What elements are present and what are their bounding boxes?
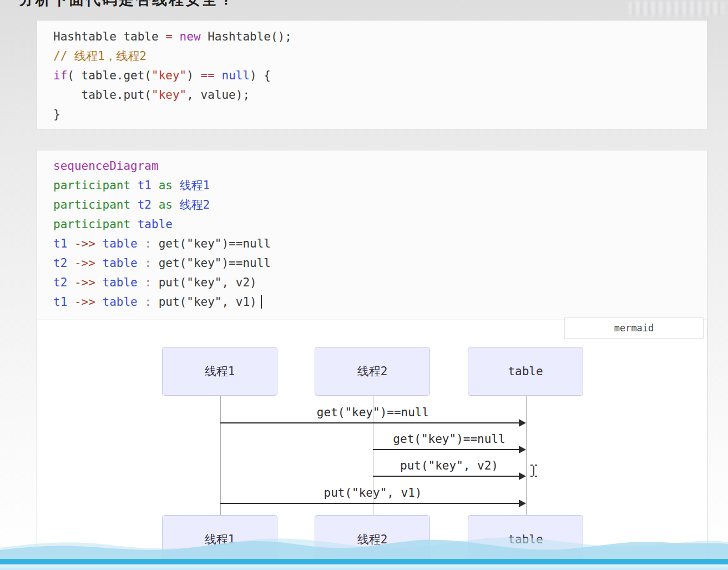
code-token: t1 [53, 295, 67, 309]
code-token: ->> [67, 276, 102, 289]
code-token: sequenceDiagram [53, 159, 159, 173]
message-arrow-line [220, 422, 520, 423]
message-label: put("key", v1) [206, 485, 539, 501]
code-token: t1 [53, 237, 67, 250]
actor-box-top: 线程1 [162, 347, 277, 396]
actor-box-top: 线程2 [315, 347, 430, 396]
code-token: 线程2 [180, 198, 210, 211]
code-line: participant t1 as 线程1 [53, 176, 707, 195]
code-token: t2 [53, 276, 67, 289]
code-line: Hashtable table = new Hashtable(); [53, 27, 707, 47]
actor-box-bottom: 线程2 [315, 515, 430, 564]
actor-box-bottom: table [468, 515, 583, 564]
code-line: t2 ->> table : get("key")==null [53, 254, 707, 273]
message-arrow-line [220, 503, 520, 504]
code-token: participant [53, 198, 138, 211]
code-block-mermaid-source[interactable]: sequenceDiagramparticipant t1 as 线程1part… [37, 150, 707, 320]
code-token: = [165, 30, 173, 43]
code-token: table [103, 276, 138, 289]
code-line: t1 ->> table : get("key")==null [53, 234, 707, 254]
code-line: t1 ->> table : put("key", v1) [53, 292, 707, 312]
message-arrowhead [519, 500, 526, 507]
message-arrow-line [373, 449, 520, 450]
text-caret [261, 295, 262, 309]
message-label: get("key")==null [283, 431, 616, 447]
code-token: as [151, 198, 180, 211]
code-line: participant t2 as 线程2 [53, 195, 707, 215]
code-token: table [103, 256, 138, 270]
code-token: ) { [250, 69, 271, 82]
bottom-bar-decoration [0, 559, 728, 564]
code-line: } [53, 105, 707, 124]
code-token: ) [186, 69, 200, 82]
code-line: // 线程1，线程2 [53, 47, 707, 66]
code-token: 线程1 [180, 179, 210, 192]
code-token: as [151, 179, 180, 192]
code-token: table [103, 295, 138, 309]
bottom-strip-decoration [0, 564, 728, 570]
code-token [215, 69, 222, 82]
message-label: get("key")==null [206, 405, 539, 420]
watermark [629, 1, 724, 16]
code-token: , value); [186, 88, 250, 102]
actor-box-top: table [468, 347, 583, 396]
code-token: : [138, 256, 159, 270]
code-token: == [201, 69, 215, 82]
code-token: : [138, 295, 159, 309]
code-token: get("key")==null [159, 237, 271, 250]
code-token: table [103, 237, 138, 250]
code-line: participant table [53, 215, 707, 234]
code-token: t1 [138, 179, 151, 192]
code-token: participant [53, 218, 138, 231]
code-token: put("key", v2) [159, 276, 257, 289]
message-arrowhead [519, 419, 526, 427]
code-token: : [138, 276, 159, 289]
code-token: new [180, 30, 201, 43]
code-token: t2 [138, 198, 151, 211]
code-token: table.put( [53, 88, 151, 102]
editor-page: 分析下面代码是否线程安全？ Hashtable table = new Hash… [0, 0, 728, 570]
message-arrowhead [519, 446, 526, 453]
page-title: 分析下面代码是否线程安全？ [19, 0, 235, 9]
message-arrowhead [519, 472, 526, 480]
code-token: Hashtable(); [201, 30, 292, 43]
code-token: "key" [151, 69, 186, 82]
code-block-java[interactable]: Hashtable table = new Hashtable();// 线程1… [37, 20, 707, 129]
code-token: table [138, 218, 173, 231]
code-token: : [138, 237, 159, 250]
code-token: ->> [67, 256, 102, 270]
code-line: table.put("key", value); [53, 85, 707, 105]
code-token: "key" [151, 88, 186, 102]
code-token: null [221, 69, 250, 82]
code-token: ->> [67, 237, 102, 250]
code-line: if( table.get("key") == null) { [53, 66, 707, 85]
code-line: sequenceDiagram [53, 157, 707, 176]
mermaid-language-tab: mermaid [564, 317, 704, 339]
code-token [173, 30, 180, 43]
message-arrow-line [373, 476, 520, 477]
code-line: t2 ->> table : put("key", v2) [53, 273, 707, 292]
message-label: put("key", v2) [283, 458, 616, 473]
actor-box-bottom: 线程1 [162, 515, 277, 564]
text-cursor-pointer-icon [530, 465, 538, 477]
code-token: ( table.get( [67, 69, 151, 82]
code-token: } [53, 108, 60, 121]
code-token: t2 [53, 256, 67, 270]
code-token: participant [53, 179, 138, 192]
code-token: Hashtable table [53, 30, 165, 43]
code-token: ->> [67, 295, 102, 309]
code-token: // 线程1，线程2 [53, 49, 146, 63]
code-token: if [53, 69, 67, 82]
code-token: put("key", v1) [159, 295, 257, 309]
code-token: get("key")==null [159, 256, 271, 270]
